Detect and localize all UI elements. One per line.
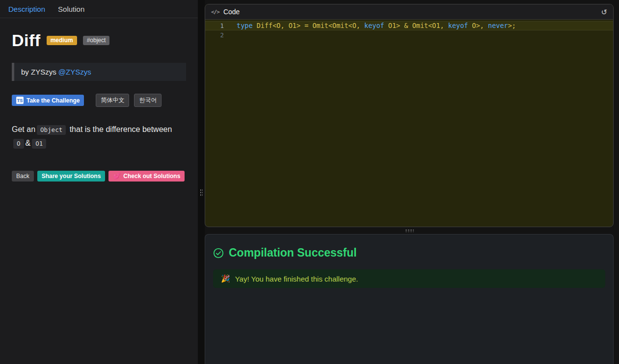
checkout-solutions-button[interactable]: 💕 Check out Solutions	[108, 171, 185, 182]
difficulty-badge: medium	[47, 36, 77, 45]
inline-code-o1: O1	[32, 139, 46, 149]
line-content: type Diff<O, O1> = Omit<Omit<O, keyof O1…	[237, 21, 516, 30]
code-panel-header: </> Code ↺	[205, 4, 613, 20]
compilation-status-title: Compilation Successful	[229, 246, 357, 260]
horizontal-splitter-grip[interactable]	[405, 229, 414, 232]
share-solutions-button[interactable]: Share your Solutions	[37, 171, 106, 182]
compilation-status: Compilation Successful	[213, 246, 605, 260]
vertical-splitter-grip[interactable]	[200, 189, 203, 197]
vertical-splitter[interactable]	[198, 0, 205, 364]
reset-code-icon[interactable]: ↺	[601, 8, 607, 16]
horizontal-splitter[interactable]	[205, 227, 614, 234]
inline-code-o: O	[13, 139, 24, 149]
code-line[interactable]: 1type Diff<O, O1> = Omit<Omit<O, keyof O…	[205, 21, 613, 30]
typescript-icon: TS	[16, 97, 24, 104]
description-text-2: that is the difference between	[67, 125, 172, 133]
checkout-solutions-label: Check out Solutions	[123, 173, 180, 180]
lang-button-ko[interactable]: 한국어	[134, 94, 161, 107]
author-blockquote: by ZYSzys @ZYSzys	[12, 63, 186, 81]
party-popper-icon: 🎉	[221, 274, 230, 283]
author-text: by ZYSzys	[21, 68, 58, 76]
title-row: Diff medium #object	[12, 31, 186, 50]
right-column: </> Code ↺ 1type Diff<O, O1> = Omit<Omit…	[205, 0, 619, 364]
hearts-icon: 💕	[113, 173, 120, 180]
challenge-description: Get anObject that is the difference betw…	[12, 123, 186, 150]
description-panel: Description Solution Diff medium #object…	[0, 0, 198, 364]
code-panel: </> Code ↺ 1type Diff<O, O1> = Omit<Omit…	[205, 4, 614, 227]
left-tabbar: Description Solution	[0, 0, 198, 18]
back-button[interactable]: Back	[12, 171, 34, 182]
description-text-1: Get an	[12, 125, 35, 133]
actions-row: TS Take the Challenge 简体中文 한국어	[12, 94, 186, 107]
tag-badge[interactable]: #object	[83, 36, 110, 45]
inline-code-object: Object	[37, 125, 66, 135]
take-challenge-button[interactable]: TS Take the Challenge	[12, 95, 84, 106]
code-lines: 1type Diff<O, O1> = Omit<Omit<O, keyof O…	[205, 21, 613, 40]
output-panel: Compilation Successful 🎉 Yay! You have f…	[205, 234, 614, 364]
author-profile-link[interactable]: @ZYSzys	[58, 68, 91, 76]
tab-description[interactable]: Description	[8, 5, 45, 13]
description-amp: &	[26, 139, 31, 147]
success-message-box: 🎉 Yay! You have finished this challenge.	[213, 269, 605, 288]
lang-button-zh[interactable]: 简体中文	[96, 94, 129, 107]
line-number: 2	[205, 30, 224, 40]
tab-solution[interactable]: Solution	[58, 5, 84, 13]
take-challenge-label: Take the Challenge	[27, 97, 80, 104]
code-brackets-icon: </>	[211, 9, 219, 15]
code-editor[interactable]: 1type Diff<O, O1> = Omit<Omit<O, keyof O…	[205, 20, 613, 227]
footer-buttons: Back Share your Solutions 💕 Check out So…	[12, 171, 186, 182]
check-circle-icon	[213, 248, 224, 259]
success-message-text: Yay! You have finished this challenge.	[235, 275, 358, 283]
left-content: Diff medium #object by ZYSzys @ZYSzys TS…	[0, 18, 198, 182]
code-panel-title: Code	[223, 8, 240, 16]
code-line[interactable]: 2	[205, 30, 613, 40]
page-title: Diff	[12, 31, 41, 50]
line-number: 1	[205, 21, 224, 30]
